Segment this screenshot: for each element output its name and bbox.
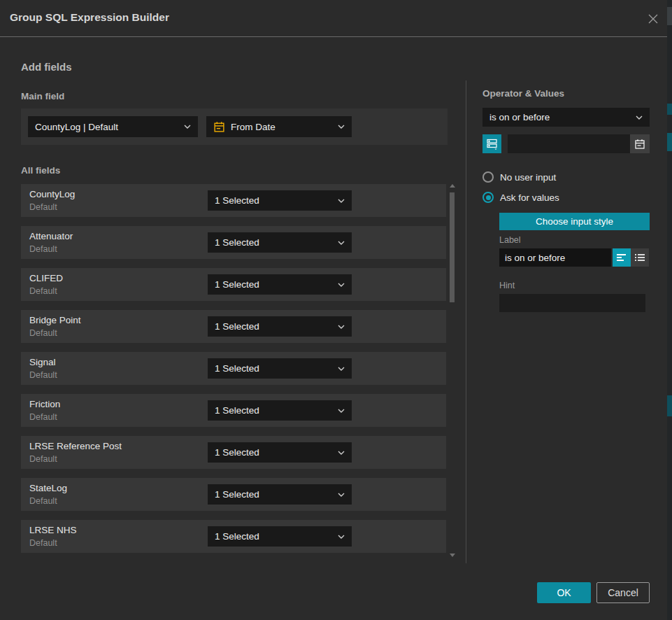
value-input[interactable] (508, 134, 630, 153)
operator-value: is on or before (489, 112, 636, 122)
radio-label: Ask for values (500, 192, 559, 203)
field-row: Signal Default 1 Selected (21, 352, 446, 385)
field-name: Bridge Point (29, 315, 81, 325)
field-selection-dropdown[interactable]: 1 Selected (208, 484, 352, 505)
field-selection-dropdown[interactable]: 1 Selected (208, 316, 352, 337)
field-row: Friction Default 1 Selected (21, 394, 446, 427)
field-row: LRSE Reference Post Default 1 Selected (21, 436, 446, 469)
operator-dropdown[interactable]: is on or before (482, 108, 650, 127)
field-name: Friction (29, 399, 60, 409)
field-selection-dropdown[interactable]: 1 Selected (208, 442, 352, 463)
operator-values-heading: Operator & Values (482, 88, 564, 99)
background-segment (667, 395, 672, 416)
field-row: Bridge Point Default 1 Selected (21, 310, 446, 343)
label-input[interactable] (499, 248, 611, 267)
chevron-down-icon (338, 535, 345, 539)
background-app-strip (667, 0, 672, 620)
field-row: StateLog Default 1 Selected (21, 478, 446, 511)
single-line-style-button[interactable] (613, 248, 631, 267)
field-name: Attenuator (29, 231, 73, 241)
scrollbar-thumb[interactable] (450, 192, 455, 302)
field-subtitle: Default (29, 370, 57, 380)
main-field-source-value: CountyLog | Default (35, 122, 184, 132)
selection-value: 1 Selected (215, 405, 338, 416)
background-segment (667, 7, 672, 25)
hint-caption: Hint (499, 281, 515, 290)
field-row: Attenuator Default 1 Selected (21, 226, 446, 259)
field-subtitle: Default (29, 454, 57, 464)
main-field-panel: CountyLog | Default From Date (21, 108, 448, 145)
field-subtitle: Default (29, 538, 57, 548)
field-subtitle: Default (29, 412, 57, 422)
main-field-heading: Main field (21, 91, 64, 101)
field-subtitle: Default (29, 244, 57, 254)
field-selection-dropdown[interactable]: 1 Selected (208, 400, 352, 421)
scroll-up-arrow-icon[interactable] (450, 184, 455, 188)
label-row (499, 248, 649, 267)
add-fields-heading: Add fields (21, 61, 72, 73)
calendar-icon (634, 139, 645, 150)
chevron-down-icon (338, 367, 345, 371)
dialog-title: Group SQL Expression Builder (10, 11, 169, 24)
unique-values-picker-button[interactable] (482, 134, 501, 153)
radio-ask-for-values[interactable]: Ask for values (482, 192, 559, 203)
selection-value: 1 Selected (215, 321, 338, 332)
radio-selected-icon (482, 192, 494, 203)
ok-button[interactable]: OK (537, 582, 591, 603)
field-name: LRSE NHS (29, 525, 77, 535)
field-name: StateLog (29, 483, 67, 493)
chevron-down-icon (338, 451, 345, 455)
chevron-down-icon (338, 325, 345, 329)
choose-input-style-button[interactable]: Choose input style (499, 213, 650, 230)
field-name: LRSE Reference Post (29, 441, 122, 451)
selection-value: 1 Selected (215, 195, 338, 206)
chevron-down-icon (338, 283, 345, 287)
selection-value: 1 Selected (215, 237, 338, 248)
field-selection-dropdown[interactable]: 1 Selected (208, 526, 352, 547)
chevron-down-icon (338, 199, 345, 203)
scroll-down-arrow-icon[interactable] (450, 554, 455, 557)
selection-value: 1 Selected (215, 363, 338, 374)
field-subtitle: Default (29, 202, 57, 212)
chevron-down-icon (184, 125, 191, 129)
chevron-down-icon (338, 125, 345, 129)
close-icon (648, 13, 659, 24)
main-field-source-dropdown[interactable]: CountyLog | Default (28, 116, 198, 137)
close-button[interactable] (646, 12, 660, 26)
unique-values-icon (486, 138, 498, 150)
list-style-button[interactable] (631, 248, 649, 267)
field-subtitle: Default (29, 496, 57, 506)
date-field-icon (213, 121, 225, 133)
field-selection-dropdown[interactable]: 1 Selected (208, 274, 352, 295)
list-icon (635, 253, 645, 262)
align-left-icon (617, 253, 627, 262)
main-field-field-value: From Date (231, 122, 332, 132)
selection-value: 1 Selected (215, 489, 338, 500)
fields-list-scrollbar[interactable] (448, 181, 457, 562)
group-sql-expression-builder-dialog: Group SQL Expression Builder Add fields … (0, 0, 667, 620)
selection-value: 1 Selected (215, 447, 338, 458)
radio-circle-icon (482, 171, 494, 183)
label-caption: Label (499, 235, 521, 245)
field-row: CountyLog Default 1 Selected (21, 184, 446, 217)
field-name: CountyLog (29, 189, 75, 199)
value-input-row (482, 134, 650, 153)
chevron-down-icon (338, 409, 345, 413)
chevron-down-icon (636, 115, 643, 120)
selection-value: 1 Selected (215, 279, 338, 290)
main-field-field-dropdown[interactable]: From Date (206, 116, 352, 137)
chevron-down-icon (338, 241, 345, 245)
field-selection-dropdown[interactable]: 1 Selected (208, 190, 352, 211)
field-selection-dropdown[interactable]: 1 Selected (208, 232, 352, 253)
hint-input[interactable] (499, 294, 645, 312)
radio-no-user-input[interactable]: No user input (482, 171, 556, 183)
field-selection-dropdown[interactable]: 1 Selected (208, 358, 352, 379)
field-row: CLIFED Default 1 Selected (21, 268, 446, 301)
cancel-button[interactable]: Cancel (596, 582, 650, 603)
field-subtitle: Default (29, 286, 57, 296)
field-subtitle: Default (29, 328, 57, 338)
date-picker-button[interactable] (630, 134, 650, 153)
radio-label: No user input (500, 172, 556, 183)
dialog-header: Group SQL Expression Builder (0, 0, 667, 37)
field-name: Signal (29, 357, 56, 367)
